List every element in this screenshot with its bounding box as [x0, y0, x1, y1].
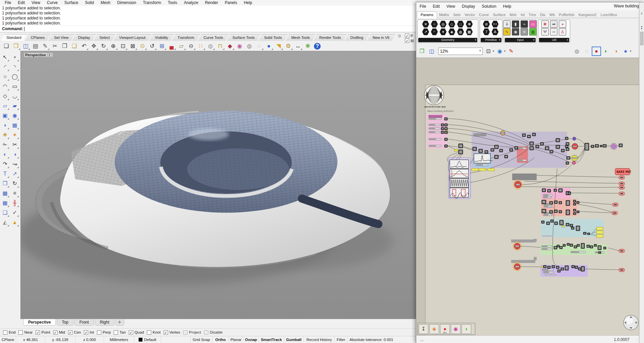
toolbar-tab-cplanes[interactable]: CPlanes — [25, 34, 51, 41]
menu-item-view[interactable]: View — [29, 0, 43, 6]
menu-item-mesh[interactable]: Mesh — [98, 0, 113, 6]
viewport-menu-arrow[interactable]: ▼ — [47, 54, 52, 57]
gh-menu-item-display[interactable]: Display — [459, 3, 478, 9]
toolbar-tab-standard[interactable]: Standard — [1, 34, 27, 41]
small-panel[interactable] — [562, 225, 565, 227]
number-slider-icon[interactable]: ⇓ — [503, 20, 511, 28]
toolbar-tab-render-tools[interactable]: Render Tools — [314, 34, 347, 41]
param-hex-icon[interactable]: ◎ — [439, 20, 447, 28]
interpolate-curve-icon[interactable]: ◝ — [10, 63, 19, 72]
freeform-curve-icon[interactable]: ◡ — [10, 92, 19, 101]
menu-item-dimension[interactable]: Dimension — [114, 0, 139, 6]
array-grid-icon[interactable]: ▦ — [1, 199, 10, 208]
osnap-perp[interactable]: Perp — [97, 330, 111, 335]
gh-tab-params[interactable]: Params — [417, 11, 437, 18]
panel-yellow[interactable] — [596, 231, 603, 234]
toolbar-tab-surface-tools[interactable]: Surface Tools — [227, 34, 260, 41]
layer-color-swatch[interactable] — [139, 338, 143, 342]
param-hex-icon[interactable]: ✻ — [466, 20, 473, 28]
color-wheel-icon[interactable]: ◉ — [235, 42, 245, 51]
lightbulb-icon[interactable]: ◍ — [206, 42, 215, 51]
param-hex-icon[interactable]: ◇ — [448, 20, 455, 28]
gh-tab-maths[interactable]: Maths — [437, 12, 451, 18]
rectangle-icon[interactable]: ▭ — [10, 82, 19, 91]
gears-icon[interactable]: ⚙ — [283, 42, 293, 51]
color-wheel-icon[interactable]: ◉ — [451, 324, 461, 334]
move-icon[interactable]: ↗ — [10, 169, 19, 179]
zoom-extents-icon[interactable]: ⊠ — [128, 42, 138, 51]
gh-tab-wb[interactable]: Wb — [547, 12, 557, 18]
group-icon[interactable]: ❑ — [1, 208, 10, 217]
fillet-icon[interactable]: ◐ — [1, 150, 10, 159]
dimension-icon[interactable]: ↔ — [293, 42, 303, 51]
relay-light-icon[interactable]: ➡ — [550, 28, 557, 36]
check-icon[interactable]: ✓ — [10, 208, 19, 217]
osnap-int[interactable]: ✓Int — [84, 330, 94, 335]
toolbar-tab-transform[interactable]: Transform — [172, 34, 200, 41]
sketch-pen-icon[interactable]: ✎ — [507, 47, 515, 55]
render-icon[interactable]: ▄ — [167, 42, 176, 51]
gh-menu-item-view[interactable]: View — [443, 3, 459, 9]
toolbar-tab-solid-tools[interactable]: Solid Tools — [258, 34, 287, 41]
param-dot[interactable] — [612, 144, 616, 148]
green-preview-icon[interactable]: ◐ — [602, 47, 610, 55]
wireframe-sphere-icon[interactable]: ◍ — [245, 42, 254, 51]
checkbox[interactable] — [3, 330, 7, 335]
param-hex-icon[interactable]: ↗ — [422, 28, 429, 36]
md-slider-icon[interactable]: ∿ — [503, 28, 511, 36]
panel-yellow[interactable] — [479, 168, 486, 171]
status-grid-snap[interactable]: Grid Snap — [191, 336, 213, 343]
primitive-solids-icon[interactable]: ◭ — [1, 218, 10, 227]
scrollbar-thumb[interactable] — [640, 32, 643, 45]
panel-icon[interactable]: ▭ — [529, 20, 537, 28]
gh-tab-trns[interactable]: Trns — [527, 12, 538, 18]
menu-item-edit[interactable]: Edit — [15, 0, 28, 6]
ghosted-preview-icon[interactable]: ◌ — [583, 47, 591, 55]
toolbar-tab-curve-tools[interactable]: Curve Tools — [198, 34, 229, 41]
panel-yellow[interactable] — [487, 168, 494, 171]
print-icon[interactable]: ▤ — [31, 42, 40, 51]
menu-item-render[interactable]: Render — [202, 0, 221, 6]
open-file-icon[interactable]: ❒ — [11, 42, 21, 51]
grasshopper-canvas[interactable]: ARCHITECTURE WAYWave building definition… — [416, 58, 639, 335]
checkbox[interactable]: ✓ — [129, 330, 133, 335]
small-panel[interactable] — [454, 149, 458, 151]
pyramid-icon[interactable]: ▲ — [10, 218, 19, 227]
param-hex-icon[interactable]: ✕ — [422, 20, 429, 28]
menu-item-curve[interactable]: Curve — [44, 0, 60, 6]
split-icon[interactable]: ✂ — [10, 140, 19, 149]
chevron-down-icon[interactable]: ▾ — [493, 50, 494, 53]
status-z-0-000[interactable]: z 0.000 — [75, 336, 104, 343]
collapse-arrow-icon[interactable]: ∧ — [639, 12, 644, 15]
osnap-end[interactable]: End — [3, 330, 15, 335]
chevron-down-icon[interactable]: ▾ — [630, 50, 631, 53]
gh-tab-surface[interactable]: Surface — [491, 12, 507, 18]
zoom-dynamic-icon[interactable]: ⊕ — [108, 42, 118, 51]
osnap-knot[interactable]: Knot — [147, 330, 161, 335]
select-arrow-icon[interactable]: ↖ — [1, 53, 10, 62]
sphere-icon[interactable]: ◉ — [10, 111, 19, 120]
box-icon[interactable]: ▣ — [1, 111, 10, 120]
toolbar-tab-viewport-layout[interactable]: Viewport Layout — [113, 34, 151, 41]
undo-icon[interactable]: ↶ — [79, 42, 89, 51]
pan-icon[interactable]: ✥ — [89, 42, 99, 51]
offset-icon[interactable]: ↝ — [10, 160, 19, 169]
rendered-sphere-icon[interactable]: ● — [264, 42, 274, 51]
grasshopper-window[interactable]: FileEditViewDisplaySolutionHelp Wave bui… — [416, 2, 644, 343]
palette-group-label[interactable]: Geometry — [418, 38, 477, 42]
viewport-title[interactable]: Perspective ▼ — [24, 53, 53, 57]
small-panel[interactable] — [474, 134, 486, 136]
menu-item-panels[interactable]: Panels — [222, 0, 240, 6]
gh-tab-pufferfish[interactable]: Pufferfish — [557, 12, 576, 18]
osnap-cen[interactable]: ✓Cen — [68, 330, 81, 335]
toolbar-tab-select[interactable]: Select — [94, 34, 116, 41]
status-ortho[interactable]: Ortho — [213, 336, 229, 343]
menu-item-solid[interactable]: Solid — [82, 0, 97, 6]
status-filter[interactable]: Filter — [335, 336, 347, 343]
explode-icon[interactable]: ✶ — [10, 131, 19, 140]
gh-tab-vector[interactable]: Vector — [463, 12, 477, 18]
open-document-icon[interactable]: ❒ — [418, 47, 426, 55]
param-hex-icon[interactable]: 0.1 — [491, 20, 499, 28]
small-panel[interactable] — [541, 266, 543, 268]
param-hex-icon[interactable]: ◜ — [431, 28, 438, 36]
